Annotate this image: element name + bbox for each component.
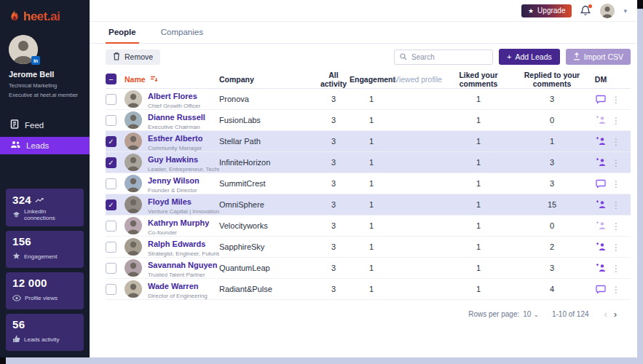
liked-comments-cell: 1 <box>443 221 514 230</box>
person-title: Founder & Director <box>148 187 200 194</box>
liked-comments-cell: 1 <box>443 285 514 293</box>
table-row[interactable]: Guy Hawkins Leader, Entrepreneur, Techno… <box>106 152 631 173</box>
vertical-scrollbar[interactable] <box>637 0 643 364</box>
person-avatar <box>125 280 142 298</box>
dm-button[interactable] <box>590 285 612 294</box>
row-menu-button[interactable]: ⋮ <box>612 285 620 294</box>
dm-button[interactable] <box>590 200 612 209</box>
person-name[interactable]: Kathryn Murphy <box>148 218 209 227</box>
row-menu-button[interactable]: ⋮ <box>612 222 620 231</box>
row-menu-button[interactable]: ⋮ <box>612 243 620 252</box>
table-row[interactable]: Wade Warren Director of Engineering Radi… <box>106 279 631 300</box>
add-person-icon <box>596 242 607 251</box>
row-checkbox[interactable] <box>106 115 117 126</box>
engagement-cell: 1 <box>350 95 393 103</box>
table-row[interactable]: Dianne Russell Executive Chairman Fusion… <box>106 110 631 131</box>
sidebar-item-leads[interactable]: Leads <box>0 137 90 154</box>
row-checkbox[interactable] <box>106 178 117 189</box>
column-header-viewed-profile[interactable]: Viewed profile <box>393 75 443 84</box>
next-page-button[interactable]: › <box>612 309 619 320</box>
person-name[interactable]: Wade Warren <box>148 282 198 290</box>
dm-button[interactable] <box>590 116 612 124</box>
upgrade-button[interactable]: ★ Upgrade <box>521 4 572 17</box>
notifications-bell-icon[interactable] <box>580 5 591 17</box>
row-checkbox[interactable] <box>106 221 117 232</box>
engagement-cell: 1 <box>350 158 393 167</box>
tab-people[interactable]: People <box>106 28 139 44</box>
row-menu-button[interactable]: ⋮ <box>612 264 620 273</box>
previous-page-button[interactable]: ‹ <box>602 309 610 320</box>
table-row[interactable]: Esther Alberto Community Manager Stellar… <box>106 131 631 152</box>
dm-button[interactable] <box>590 95 612 104</box>
replied-comments-cell: 3 <box>514 264 590 272</box>
page-range: 1-10 of 124 <box>552 310 589 318</box>
row-menu-button[interactable]: ⋮ <box>612 180 620 189</box>
table-row[interactable]: Jenny Wilson Founder & Director SummitCr… <box>106 173 631 194</box>
account-avatar[interactable] <box>600 4 615 18</box>
import-csv-button[interactable]: Import CSV <box>566 49 631 65</box>
row-menu-button[interactable]: ⋮ <box>612 116 620 125</box>
column-header-liked-comments[interactable]: Liked your comments <box>443 71 514 88</box>
company-cell: Velocityworks <box>219 221 317 230</box>
column-header-company[interactable]: Company <box>219 75 317 84</box>
caret-down-icon: ⌄ <box>533 311 539 318</box>
dm-button[interactable] <box>590 158 612 167</box>
table-row[interactable]: Kathryn Murphy Co-founder Velocityworks … <box>106 215 631 237</box>
person-name[interactable]: Savannah Nguyen <box>148 261 217 269</box>
person-name[interactable]: Floyd Miles <box>148 197 192 206</box>
add-person-icon <box>596 221 607 230</box>
person-name[interactable]: Dianne Russell <box>148 113 205 122</box>
person-name[interactable]: Esther Alberto <box>148 134 202 143</box>
import-csv-label: Import CSV <box>584 52 623 61</box>
chevron-down-icon[interactable]: ▾ <box>623 7 627 15</box>
dm-button[interactable] <box>590 242 612 251</box>
replied-comments-cell: 0 <box>514 116 590 124</box>
stat-label: Engagement <box>24 253 57 260</box>
add-leads-button[interactable]: + Add Leads <box>499 49 560 65</box>
tab-companies[interactable]: Companies <box>158 28 206 44</box>
row-menu-button[interactable]: ⋮ <box>612 138 620 146</box>
row-menu-button[interactable]: ⋮ <box>612 95 620 104</box>
column-header-replied-comments[interactable]: Replied to your comments <box>514 71 590 88</box>
select-all-checkbox[interactable] <box>106 74 117 84</box>
row-checkbox[interactable] <box>106 199 117 210</box>
row-menu-button[interactable]: ⋮ <box>612 201 620 210</box>
row-checkbox[interactable] <box>106 284 117 295</box>
column-header-dm[interactable]: DM <box>590 75 612 84</box>
person-name[interactable]: Ralph Edwards <box>148 240 205 248</box>
dm-button[interactable] <box>590 179 612 189</box>
dm-button[interactable] <box>590 221 612 230</box>
add-person-icon <box>596 116 607 124</box>
column-header-all-activity[interactable]: All activity <box>317 71 350 88</box>
column-header-name[interactable]: Name <box>125 75 219 84</box>
search-input[interactable] <box>411 53 487 61</box>
stat-value: 324 <box>12 194 31 206</box>
row-checkbox[interactable] <box>106 136 117 147</box>
plus-icon: + <box>507 52 511 61</box>
stat-label: Leads activity <box>24 336 59 343</box>
person-name[interactable]: Albert Flores <box>148 92 197 100</box>
horizontal-scrollbar[interactable] <box>0 357 643 364</box>
person-name[interactable]: Guy Hawkins <box>148 155 198 164</box>
row-checkbox[interactable] <box>106 94 117 105</box>
company-cell: SapphireSky <box>219 242 317 251</box>
table-row[interactable]: Albert Flores Chief Growth Officer Prono… <box>106 89 631 110</box>
thumbs-up-icon <box>12 333 20 346</box>
row-checkbox[interactable] <box>106 157 117 168</box>
row-menu-button[interactable]: ⋮ <box>612 159 620 167</box>
table-row[interactable]: Ralph Edwards Strategist, Engineer, Futu… <box>106 237 631 258</box>
person-name[interactable]: Jenny Wilson <box>148 176 200 185</box>
upgrade-label: Upgrade <box>537 7 565 15</box>
table-row[interactable]: Floyd Miles Venture Capital | Innovation… <box>106 194 631 215</box>
sidebar-item-feed[interactable]: Feed <box>0 116 90 134</box>
upload-icon <box>573 52 580 62</box>
column-header-engagement[interactable]: Engagement <box>350 75 393 84</box>
row-checkbox[interactable] <box>106 263 117 274</box>
person-avatar <box>125 238 142 256</box>
row-checkbox[interactable] <box>106 242 117 253</box>
remove-button[interactable]: Remove <box>106 50 160 65</box>
table-row[interactable]: Savannah Nguyen Trusted Talent Partner Q… <box>106 258 631 279</box>
rows-per-page-select[interactable]: 10 ⌄ <box>523 310 539 318</box>
dm-button[interactable] <box>590 264 612 272</box>
dm-button[interactable] <box>590 137 612 146</box>
